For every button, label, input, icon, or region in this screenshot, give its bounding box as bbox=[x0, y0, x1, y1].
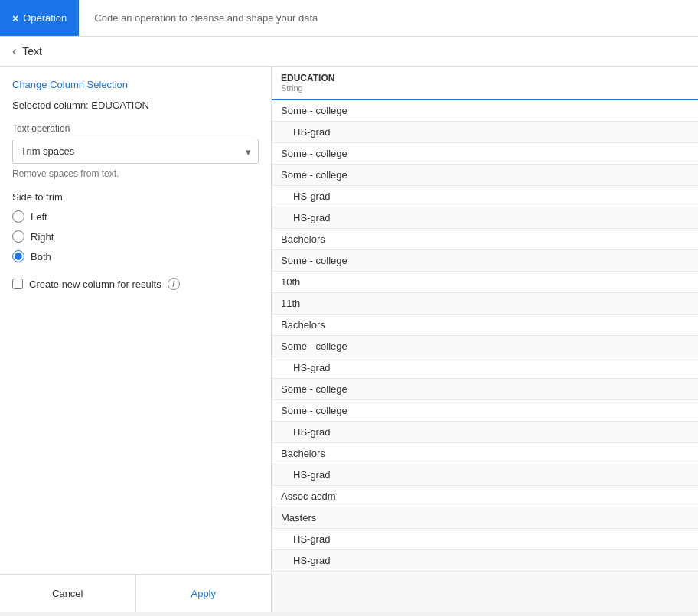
right-panel: EDUCATION String Some - collegeHS-gradSo… bbox=[272, 67, 698, 612]
table-cell: Some - college bbox=[272, 143, 698, 165]
table-row: Some - college bbox=[272, 143, 698, 165]
close-icon[interactable]: × bbox=[12, 12, 18, 24]
table-cell: Some - college bbox=[272, 400, 698, 422]
table-cell: Some - college bbox=[272, 250, 698, 272]
table-row: Bachelors bbox=[272, 443, 698, 464]
table-cell: Some - college bbox=[272, 99, 698, 122]
cancel-button[interactable]: Cancel bbox=[0, 575, 136, 612]
table-row: Some - college bbox=[272, 165, 698, 186]
table-cell: Some - college bbox=[272, 336, 698, 357]
table-row: HS-grad bbox=[272, 357, 698, 379]
radio-right-label: Right bbox=[31, 231, 54, 243]
dropdown-container: Trim spaces ▾ bbox=[12, 139, 259, 164]
column-name: EDUCATION bbox=[281, 73, 689, 83]
operation-label: Operation bbox=[23, 12, 67, 24]
left-panel: Change Column Selection Selected column:… bbox=[0, 67, 272, 612]
column-type: String bbox=[281, 83, 689, 93]
table-row: HS-grad bbox=[272, 207, 698, 229]
main-layout: Change Column Selection Selected column:… bbox=[0, 67, 698, 612]
table-cell: HS-grad bbox=[272, 422, 698, 443]
top-bar: × Operation Code an operation to cleanse… bbox=[0, 0, 698, 37]
column-header: EDUCATION String bbox=[272, 67, 698, 99]
table-cell: HS-grad bbox=[272, 464, 698, 486]
table-row: HS-grad bbox=[272, 122, 698, 143]
table-cell: Bachelors bbox=[272, 229, 698, 250]
text-operation-label: Text operation bbox=[12, 123, 259, 134]
table-row: Masters bbox=[272, 507, 698, 529]
table-cell: Bachelors bbox=[272, 315, 698, 336]
create-column-row: Create new column for results i bbox=[12, 278, 259, 290]
table-cell: Some - college bbox=[272, 165, 698, 186]
info-icon[interactable]: i bbox=[168, 278, 180, 290]
table-row: HS-grad bbox=[272, 464, 698, 486]
table-row: Some - college bbox=[272, 336, 698, 357]
selected-column-label: Selected column: EDUCATION bbox=[12, 99, 259, 111]
operation-hint-text: Remove spaces from text. bbox=[12, 168, 259, 179]
table-row: Some - college bbox=[272, 400, 698, 422]
section-header: ‹ Text bbox=[0, 37, 698, 67]
table-cell: HS-grad bbox=[272, 357, 698, 379]
bottom-buttons: Cancel Apply bbox=[0, 574, 271, 612]
radio-left[interactable]: Left bbox=[12, 210, 259, 223]
radio-group: Left Right Both bbox=[12, 210, 259, 262]
table-row: HS-grad bbox=[272, 550, 698, 572]
table-cell: HS-grad bbox=[272, 207, 698, 229]
table-row: 11th bbox=[272, 293, 698, 315]
section-title: Text bbox=[22, 45, 42, 57]
table-row: Assoc-acdm bbox=[272, 486, 698, 507]
table-cell: Some - college bbox=[272, 379, 698, 400]
back-arrow-icon[interactable]: ‹ bbox=[12, 44, 16, 58]
table-cell: HS-grad bbox=[272, 550, 698, 572]
table-row: HS-grad bbox=[272, 529, 698, 550]
apply-button[interactable]: Apply bbox=[136, 575, 272, 612]
top-bar-hint: Code an operation to cleanse and shape y… bbox=[79, 12, 318, 24]
create-column-label: Create new column for results bbox=[29, 279, 161, 290]
radio-right-input[interactable] bbox=[12, 230, 24, 243]
data-table: EDUCATION String Some - collegeHS-gradSo… bbox=[272, 67, 698, 572]
radio-both-input[interactable] bbox=[12, 250, 24, 262]
table-row: Bachelors bbox=[272, 315, 698, 336]
table-row: Some - college bbox=[272, 379, 698, 400]
table-row: Some - college bbox=[272, 250, 698, 272]
operation-tab[interactable]: × Operation bbox=[0, 0, 79, 36]
table-row: 10th bbox=[272, 272, 698, 293]
text-operation-select[interactable]: Trim spaces bbox=[12, 139, 259, 164]
table-cell: Bachelors bbox=[272, 443, 698, 464]
change-column-link[interactable]: Change Column Selection bbox=[12, 79, 259, 90]
radio-both-label: Both bbox=[31, 251, 51, 262]
radio-both[interactable]: Both bbox=[12, 250, 259, 262]
table-cell: HS-grad bbox=[272, 122, 698, 143]
table-cell: HS-grad bbox=[272, 186, 698, 207]
table-row: Some - college bbox=[272, 99, 698, 122]
table-cell: Masters bbox=[272, 507, 698, 529]
table-cell: HS-grad bbox=[272, 529, 698, 550]
table-cell: 10th bbox=[272, 272, 698, 293]
left-content: Change Column Selection Selected column:… bbox=[0, 67, 271, 574]
table-row: Bachelors bbox=[272, 229, 698, 250]
radio-left-input[interactable] bbox=[12, 210, 24, 223]
table-cell: 11th bbox=[272, 293, 698, 315]
side-to-trim-label: Side to trim bbox=[12, 191, 259, 203]
table-row: HS-grad bbox=[272, 186, 698, 207]
table-cell: Assoc-acdm bbox=[272, 486, 698, 507]
table-row: HS-grad bbox=[272, 422, 698, 443]
create-column-checkbox[interactable] bbox=[12, 279, 23, 289]
radio-right[interactable]: Right bbox=[12, 230, 259, 243]
radio-left-label: Left bbox=[31, 211, 47, 223]
